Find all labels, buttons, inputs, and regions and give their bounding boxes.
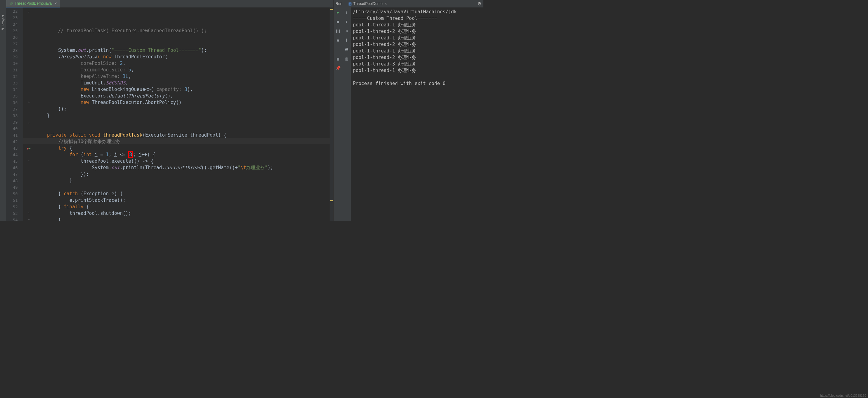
- t: new: [81, 100, 92, 105]
- t: ),: [187, 87, 193, 92]
- t: private static void: [47, 132, 103, 138]
- t: (),: [165, 93, 173, 99]
- rerun-icon[interactable]: ▶: [335, 9, 341, 15]
- t: );: [201, 47, 207, 53]
- pause-icon[interactable]: ❚❚: [335, 28, 341, 34]
- t: currentThread: [165, 165, 201, 170]
- editor-tab-active[interactable]: Ⓒ ThreadPoolDemo.java ×: [6, 0, 60, 7]
- trash-icon[interactable]: 🗑: [344, 56, 349, 62]
- t: ThreadPoolExecutor(: [114, 54, 168, 60]
- t: ().getName()+: [201, 165, 238, 170]
- t: {: [86, 204, 89, 209]
- t: //模拟有10个顾客来办理业务: [58, 139, 121, 144]
- t: new: [81, 87, 92, 92]
- t: System.: [92, 165, 112, 170]
- t: i: [138, 152, 141, 157]
- t: corePoolSize:: [81, 61, 117, 66]
- editor-pane: Ⓒ ThreadPoolDemo.java × 2223242526272829…: [6, 0, 333, 221]
- t: }: [58, 191, 64, 197]
- run-toolbar-secondary: ↑ ↓ ⇥ ⤓ 🖶 🗑: [342, 7, 351, 221]
- t: i: [95, 152, 98, 157]
- gear-icon[interactable]: ⚙: [477, 1, 482, 6]
- t: try: [58, 145, 69, 151]
- run-config-tab[interactable]: ▦ ThreadPoolDemo ×: [346, 1, 389, 6]
- t: =: [98, 152, 106, 157]
- console-output[interactable]: /Library/Java/JavaVirtualMachines/jdk ==…: [351, 7, 484, 221]
- t: ThreadPoolExecutor.AbortPolicy(): [92, 100, 182, 105]
- t: ( new: [98, 54, 114, 60]
- code-area[interactable]: 2223242526272829303132333435363738394041…: [6, 7, 333, 221]
- t: }: [69, 178, 72, 184]
- t: }: [58, 217, 61, 221]
- t: LinkedBlockingQueue<>(: [92, 87, 157, 92]
- t: keepAliveTime:: [81, 74, 120, 79]
- camera-icon[interactable]: ◉: [335, 37, 341, 43]
- code-content[interactable]: // threadPoolTask( Executors.newCachedTh…: [23, 7, 333, 221]
- t: 5: [125, 67, 131, 73]
- t: out: [78, 47, 86, 53]
- scroll-end-icon[interactable]: ⤓: [344, 37, 349, 43]
- t: catch: [64, 191, 81, 197]
- tab-filename: ThreadPoolDemo.java: [14, 1, 52, 6]
- editor-tab-bar: Ⓒ ThreadPoolDemo.java ×: [6, 0, 333, 7]
- folder-icon: ▪: [1, 27, 3, 31]
- t: });: [81, 171, 89, 177]
- t: Executors.: [81, 93, 109, 99]
- t: for: [69, 152, 81, 157]
- t: {: [69, 145, 72, 151]
- t: 2: [117, 61, 123, 66]
- t: finally: [64, 204, 86, 209]
- t: i: [114, 152, 117, 157]
- t: TimeUnit.: [81, 80, 106, 86]
- run-body: ▶ ■ ❚❚ ◉ ▤ 📌 ↑ ↓ ⇥ ⤓ 🖶 🗑 /Library/Java/J…: [334, 7, 484, 221]
- t: "=====Custom Thread Pool=======": [112, 47, 201, 53]
- t: (ExecutorService threadPool) {: [142, 132, 226, 138]
- t: ": [238, 165, 241, 170]
- t: .println(: [86, 47, 112, 53]
- line-gutter: 2223242526272829303132333435363738394041…: [6, 7, 23, 221]
- t: threadPool.execute(() -> {: [81, 158, 154, 164]
- close-icon[interactable]: ×: [54, 1, 57, 6]
- code-line: // threadPoolTask( Executors.newCachedTh…: [36, 21, 333, 221]
- java-class-icon: Ⓒ: [9, 2, 13, 5]
- t: <=: [117, 152, 128, 157]
- t: }: [47, 113, 50, 118]
- run-tool-window: Run: ▦ ThreadPoolDemo × ⚙ ▶ ■ ❚❚ ◉ ▤ 📌 ↑…: [333, 0, 484, 221]
- t: );: [268, 165, 273, 170]
- pin-icon[interactable]: 📌: [335, 65, 341, 71]
- highlighted-loop-limit: 8: [128, 151, 133, 158]
- stop-icon[interactable]: ■: [335, 19, 341, 24]
- wrap-icon[interactable]: ⇥: [344, 28, 349, 34]
- layout-icon[interactable]: ▤: [335, 56, 341, 62]
- up-icon[interactable]: ↑: [344, 9, 349, 15]
- t: .println(Thread.: [120, 165, 165, 170]
- t: }: [58, 204, 64, 209]
- t: threadPoolTask: [58, 54, 97, 60]
- t: out: [112, 165, 120, 170]
- t: ++) {: [141, 152, 155, 157]
- warning-marker[interactable]: [330, 9, 333, 10]
- t: threadPoolTask: [103, 132, 142, 138]
- close-icon[interactable]: ×: [384, 2, 387, 6]
- t: ;: [133, 152, 138, 157]
- t: 办理业务": [246, 165, 268, 170]
- t: \t: [241, 165, 246, 170]
- project-sidebar[interactable]: 1: Project ▪: [0, 0, 6, 221]
- run-header: Run: ▦ ThreadPoolDemo × ⚙: [334, 0, 484, 7]
- t: (Exception e) {: [81, 191, 123, 197]
- t: 3: [182, 87, 187, 92]
- run-title: Run:: [336, 2, 343, 6]
- comment: // threadPoolTask( Executors.newCachedTh…: [58, 28, 207, 34]
- t: 1: [106, 152, 109, 157]
- t: (: [81, 152, 84, 157]
- t: 1L: [120, 74, 128, 79]
- t: ));: [58, 106, 66, 112]
- print-icon[interactable]: 🖶: [344, 46, 349, 52]
- t: threadPool.shutdown();: [69, 210, 131, 216]
- down-icon[interactable]: ↓: [344, 19, 349, 24]
- t: e.printStackTrace();: [69, 197, 125, 203]
- t: capacity:: [156, 87, 181, 92]
- run-toolbar-primary: ▶ ■ ❚❚ ◉ ▤ 📌: [334, 7, 342, 221]
- t: int: [84, 152, 95, 157]
- t: defaultThreadFactory: [109, 93, 165, 99]
